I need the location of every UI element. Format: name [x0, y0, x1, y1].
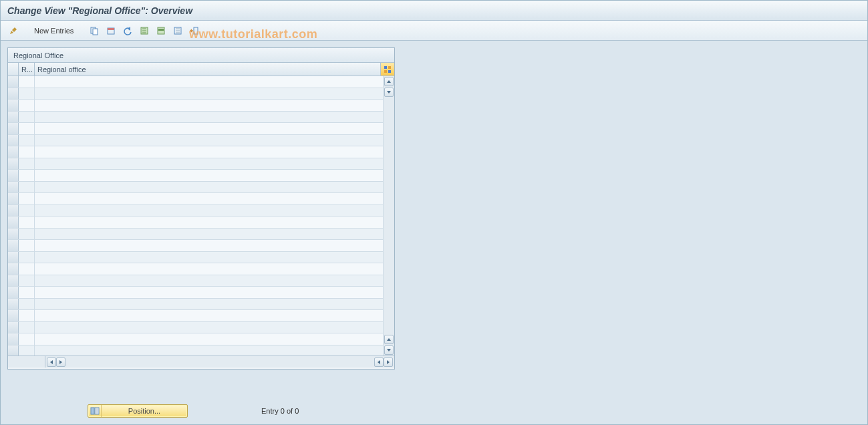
table-row[interactable] [8, 333, 384, 345]
header-selector[interactable] [8, 63, 19, 76]
table-row[interactable] [8, 158, 384, 170]
table-row[interactable] [8, 193, 384, 205]
horizontal-scrollbar[interactable] [8, 356, 394, 368]
table-row[interactable] [8, 310, 384, 322]
deselect-all-button[interactable] [170, 23, 185, 38]
scroll-down-button[interactable] [384, 88, 394, 97]
table-control: R... Regional office [8, 63, 394, 369]
new-entries-label: New Entries [34, 27, 74, 35]
copy-as-button[interactable] [87, 23, 102, 38]
svg-rect-13 [91, 408, 94, 414]
scroll-left-button-2[interactable] [374, 358, 384, 367]
position-label: Position... [102, 407, 187, 415]
scroll-up-button[interactable] [384, 77, 394, 86]
table-row[interactable] [8, 76, 384, 88]
svg-rect-11 [384, 70, 387, 73]
new-entries-button[interactable]: New Entries [28, 23, 80, 38]
app-toolbar: New Entries [1, 21, 867, 41]
panel-title: Regional Office [8, 48, 394, 63]
table-row[interactable] [8, 135, 384, 147]
table-row[interactable] [8, 112, 384, 124]
undo-change-button[interactable] [120, 23, 135, 38]
toggle-display-change-button[interactable] [6, 23, 21, 38]
select-block-button[interactable] [154, 23, 168, 38]
column-header-code[interactable]: R... [19, 63, 35, 76]
scroll-right-button[interactable] [56, 358, 65, 367]
table-row[interactable] [8, 345, 384, 356]
table-row[interactable] [8, 170, 384, 182]
svg-rect-9 [384, 66, 387, 69]
table-settings-button[interactable] [381, 63, 394, 76]
svg-rect-3 [108, 28, 114, 30]
table-row[interactable] [8, 217, 384, 229]
configuration-button[interactable] [187, 23, 202, 38]
svg-rect-1 [93, 29, 98, 35]
table-row[interactable] [8, 123, 384, 135]
table-row[interactable] [8, 146, 384, 158]
delete-button[interactable] [104, 23, 118, 38]
table-row[interactable] [8, 229, 384, 241]
table-row[interactable] [8, 182, 384, 194]
page-title: Change View "Regional Office": Overview [7, 5, 192, 16]
vertical-scrollbar[interactable] [384, 76, 394, 356]
svg-rect-12 [388, 70, 391, 73]
table-row[interactable] [8, 205, 384, 217]
content-area: Regional Office R... Regional office [1, 41, 867, 376]
svg-rect-6 [158, 29, 164, 31]
position-icon [88, 405, 102, 417]
scroll-right-button-2[interactable] [384, 358, 393, 367]
regional-office-panel: Regional Office R... Regional office [7, 47, 395, 370]
table-row[interactable] [8, 240, 384, 252]
entry-counter: Entry 0 of 0 [261, 407, 299, 415]
table-row[interactable] [8, 275, 384, 287]
table-row[interactable] [8, 88, 384, 100]
table-body [8, 76, 394, 356]
titlebar: Change View "Regional Office": Overview [1, 1, 867, 21]
select-all-button[interactable] [137, 23, 152, 38]
footer-bar: Position... Entry 0 of 0 [1, 398, 867, 424]
scroll-left-button[interactable] [47, 358, 56, 367]
position-button[interactable]: Position... [88, 404, 188, 418]
table-row[interactable] [8, 252, 384, 264]
table-row[interactable] [8, 299, 384, 311]
scroll-down-button-2[interactable] [384, 345, 394, 355]
scroll-up-button-2[interactable] [384, 335, 394, 344]
table-row[interactable] [8, 100, 384, 112]
svg-rect-8 [194, 27, 198, 34]
table-row[interactable] [8, 287, 384, 299]
table-row[interactable] [8, 322, 384, 334]
table-header: R... Regional office [8, 63, 394, 76]
svg-rect-10 [388, 66, 391, 69]
table-row[interactable] [8, 263, 384, 275]
column-header-name[interactable]: Regional office [35, 63, 381, 76]
